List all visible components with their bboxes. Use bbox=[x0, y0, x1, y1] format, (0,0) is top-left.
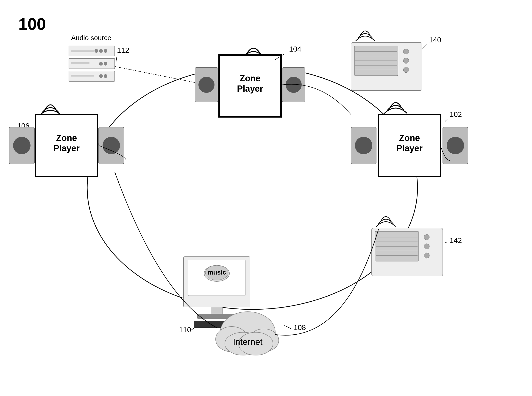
svg-point-5 bbox=[104, 49, 107, 53]
svg-point-45 bbox=[424, 253, 430, 258]
svg-point-44 bbox=[424, 244, 430, 249]
svg-point-15 bbox=[99, 74, 103, 78]
svg-point-33 bbox=[403, 49, 409, 54]
connection-internet-right bbox=[275, 229, 378, 335]
wifi-icon-radio-140 bbox=[356, 31, 375, 41]
music-label: music bbox=[208, 269, 226, 276]
figure-number: 100 bbox=[18, 15, 46, 33]
ref-142: 142 bbox=[450, 236, 462, 245]
zone-player-left-label: Zone bbox=[56, 133, 77, 143]
svg-point-6 bbox=[99, 49, 103, 53]
svg-line-24 bbox=[445, 119, 447, 122]
svg-text:Player: Player bbox=[54, 143, 80, 153]
ref-140: 140 bbox=[429, 36, 441, 44]
svg-point-34 bbox=[403, 58, 409, 64]
svg-line-59 bbox=[284, 326, 291, 329]
svg-rect-16 bbox=[71, 75, 94, 76]
svg-point-43 bbox=[424, 234, 430, 240]
svg-rect-8 bbox=[71, 50, 94, 52]
svg-point-21 bbox=[13, 137, 30, 154]
svg-text:Player: Player bbox=[237, 84, 263, 93]
diagram-container: 100 Zone Player 104 Audio source bbox=[0, 0, 532, 396]
zone-player-right-label: Zone bbox=[399, 133, 420, 143]
svg-point-35 bbox=[403, 67, 409, 73]
wifi-icon-radio-142 bbox=[376, 216, 395, 227]
ref-104: 104 bbox=[289, 45, 301, 53]
ref-102: 102 bbox=[450, 110, 462, 118]
svg-point-22 bbox=[102, 137, 120, 154]
svg-line-17 bbox=[116, 55, 117, 62]
svg-point-11 bbox=[99, 62, 103, 65]
svg-point-26 bbox=[447, 137, 464, 154]
main-diagram-svg: 100 Zone Player 104 Audio source bbox=[0, 0, 532, 396]
svg-point-25 bbox=[355, 137, 372, 154]
svg-line-18 bbox=[115, 66, 195, 82]
svg-text:Player: Player bbox=[396, 143, 423, 153]
ref-112: 112 bbox=[117, 46, 129, 54]
wifi-icon-right-player bbox=[384, 103, 407, 114]
svg-point-10 bbox=[104, 62, 107, 65]
svg-line-46 bbox=[445, 242, 447, 243]
audio-source-label: Audio source bbox=[71, 34, 111, 41]
svg-line-36 bbox=[422, 45, 427, 49]
zone-player-top-label: Zone bbox=[240, 74, 261, 83]
svg-point-7 bbox=[95, 49, 98, 53]
svg-rect-12 bbox=[71, 62, 90, 64]
svg-point-2 bbox=[198, 77, 215, 93]
ref-108: 108 bbox=[294, 323, 306, 332]
svg-point-14 bbox=[104, 74, 107, 78]
svg-rect-50 bbox=[211, 307, 222, 314]
ref-110: 110 bbox=[179, 326, 191, 334]
svg-text:Internet: Internet bbox=[233, 337, 263, 347]
